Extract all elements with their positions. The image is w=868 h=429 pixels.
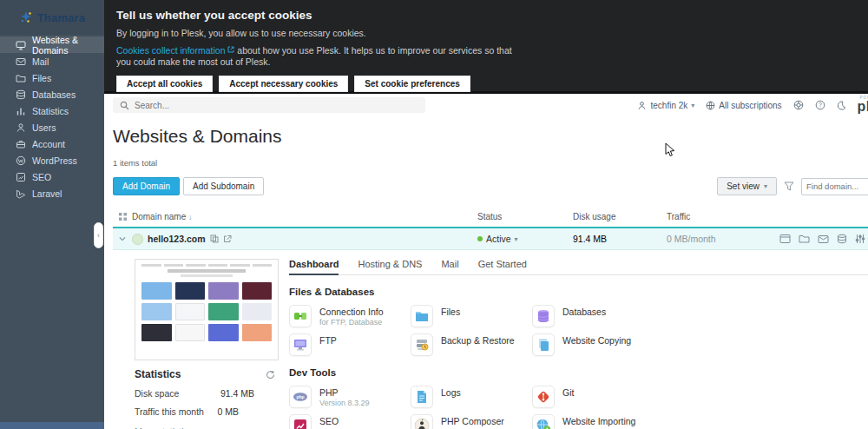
- sidebar-item-statistics[interactable]: Statistics: [0, 102, 104, 119]
- help-button[interactable]: ?: [815, 100, 825, 110]
- sidebar-item-account[interactable]: Account: [0, 135, 104, 152]
- site-preview-thumbnail[interactable]: [135, 259, 279, 360]
- column-status[interactable]: Status: [477, 212, 573, 221]
- tool-php-composer[interactable]: PHP Composer: [411, 414, 532, 429]
- tool-databases[interactable]: Databases: [532, 305, 662, 327]
- tab-mail[interactable]: Mail: [441, 259, 458, 269]
- tab-hosting-dns[interactable]: Hosting & DNS: [358, 259, 422, 269]
- accept-all-cookies-button[interactable]: Accept all cookies: [116, 76, 213, 92]
- refresh-stats-button[interactable]: [266, 370, 275, 380]
- set-cookie-preferences-button[interactable]: Set cookie preferences: [354, 76, 470, 92]
- sidebar-item-label: SEO: [32, 172, 51, 182]
- stat-label: Disk space: [135, 388, 179, 399]
- svg-text:php: php: [296, 394, 304, 399]
- sidebar-item-label: Account: [32, 139, 65, 149]
- tool-files[interactable]: Files: [411, 305, 532, 327]
- main-area: Tell us whether you accept cookies By lo…: [104, 0, 868, 429]
- thumb-nav: [141, 264, 272, 267]
- add-subdomain-button[interactable]: Add Subdomain: [183, 177, 264, 195]
- sort-desc-icon: ↓: [188, 213, 193, 221]
- sidebar-item-mail[interactable]: Mail: [0, 53, 104, 69]
- tab-dashboard[interactable]: Dashboard: [289, 259, 339, 269]
- user-icon: [637, 101, 647, 110]
- sidebar-collapse-handle[interactable]: ‹: [94, 222, 103, 248]
- bar-chart-icon: [16, 106, 26, 116]
- database-shortcut-button[interactable]: [837, 234, 847, 244]
- tool-label: Backup & Restore: [441, 335, 515, 346]
- briefcase-icon: [16, 139, 26, 149]
- search-input[interactable]: [135, 101, 418, 110]
- status-dot: [477, 236, 483, 241]
- tool-backup-restore[interactable]: Backup & Restore: [411, 333, 532, 356]
- globe-icon: [706, 101, 715, 110]
- sidebar-item-databases[interactable]: Databases: [0, 86, 104, 102]
- logo[interactable]: Thamara: [0, 0, 104, 35]
- user-menu[interactable]: techfin 2k ▾: [637, 101, 694, 110]
- support-button[interactable]: [793, 100, 804, 110]
- column-domain-name[interactable]: Domain name ↓: [132, 212, 477, 221]
- lifebuoy-icon: [793, 100, 804, 110]
- filter-button[interactable]: [784, 182, 794, 191]
- stat-traffic: Traffic this month 0 MB: [135, 406, 279, 417]
- cookie-line1: By logging in to Plesk, you allow us to …: [116, 28, 868, 38]
- preview-site-button[interactable]: [779, 234, 791, 244]
- tool-website-copying[interactable]: Website Copying: [532, 333, 662, 356]
- cookies-info-link[interactable]: Cookies collect information: [116, 45, 225, 56]
- stat-value: 0 MB: [217, 406, 239, 417]
- tab-get-started[interactable]: Get Started: [478, 259, 527, 269]
- find-domain-input[interactable]: [806, 182, 868, 191]
- column-traffic[interactable]: Traffic: [667, 212, 779, 221]
- chevron-down-icon: ▾: [515, 235, 518, 243]
- subscriptions-label: All subscriptions: [719, 101, 781, 110]
- page-head: Websites & Domains: [113, 116, 868, 147]
- copy-domain-button[interactable]: [210, 234, 219, 243]
- accept-necessary-cookies-button[interactable]: Accept necessary cookies: [219, 76, 348, 92]
- domain-link[interactable]: hello123.com: [148, 234, 206, 244]
- sidebar-item-wordpress[interactable]: WordPress: [0, 152, 104, 168]
- question-icon: ?: [815, 100, 825, 110]
- stats-shortcut-button[interactable]: [855, 234, 865, 244]
- laravel-icon: [16, 188, 26, 199]
- set-view-button[interactable]: Set view ▾: [717, 177, 777, 195]
- select-all-button[interactable]: [113, 213, 132, 221]
- domain-cell: hello123.com: [132, 234, 477, 245]
- site-favicon: [132, 234, 143, 245]
- actions-row: Add Domain Add Subdomain Set view ▾: [113, 177, 868, 195]
- mail-icon: [818, 234, 829, 244]
- subscriptions-menu[interactable]: All subscriptions: [706, 101, 781, 110]
- add-domain-button[interactable]: Add Domain: [113, 177, 180, 195]
- tool-connection-info[interactable]: Connection Infofor FTP, Database: [289, 305, 411, 327]
- tool-logs[interactable]: Logs: [411, 386, 532, 408]
- row-expand-button[interactable]: [113, 236, 132, 241]
- sidebar-item-laravel[interactable]: Laravel: [0, 185, 104, 201]
- tool-seo[interactable]: SEO: [289, 414, 411, 429]
- section-files-databases: Files & Databases: [289, 287, 868, 297]
- stat-disk-space: Disk space 91.4 MB: [135, 388, 279, 399]
- dark-mode-toggle[interactable]: [837, 101, 846, 110]
- global-search[interactable]: [113, 97, 425, 113]
- section-dev-tools: Dev Tools: [289, 367, 868, 378]
- column-label: Domain name: [132, 212, 186, 221]
- tool-git[interactable]: Git: [532, 386, 662, 408]
- ftp-icon: [289, 333, 312, 356]
- sidebar-item-files[interactable]: Files: [0, 69, 104, 86]
- thumb-card-grid: [141, 282, 272, 341]
- sidebar-item-seo[interactable]: SEO: [0, 168, 104, 185]
- find-domain-box[interactable]: [801, 178, 868, 195]
- column-disk-usage[interactable]: Disk usage: [573, 212, 667, 221]
- status-dropdown[interactable]: Active ▾: [477, 234, 573, 244]
- sidebar-item-users[interactable]: Users: [0, 119, 104, 135]
- open-site-button[interactable]: [223, 234, 232, 243]
- databases-icon: [532, 305, 555, 327]
- files-shortcut-button[interactable]: [799, 234, 810, 244]
- table-header: Domain name ↓ Status Disk usage Traffic: [113, 206, 868, 227]
- tool-website-importing[interactable]: Website Importing: [532, 414, 662, 429]
- mail-shortcut-button[interactable]: [818, 234, 829, 244]
- tool-label: PHP: [319, 387, 370, 398]
- tool-php[interactable]: php PHPVersion 8.3.29: [289, 386, 411, 408]
- sidebar-item-websites-domains[interactable]: Websites & Domains: [0, 36, 104, 53]
- items-total: 1 items total: [113, 158, 868, 168]
- backup-restore-icon: [411, 333, 433, 356]
- tool-ftp[interactable]: FTP: [289, 333, 411, 356]
- cookie-buttons: Accept all cookies Accept necessary cook…: [116, 76, 868, 92]
